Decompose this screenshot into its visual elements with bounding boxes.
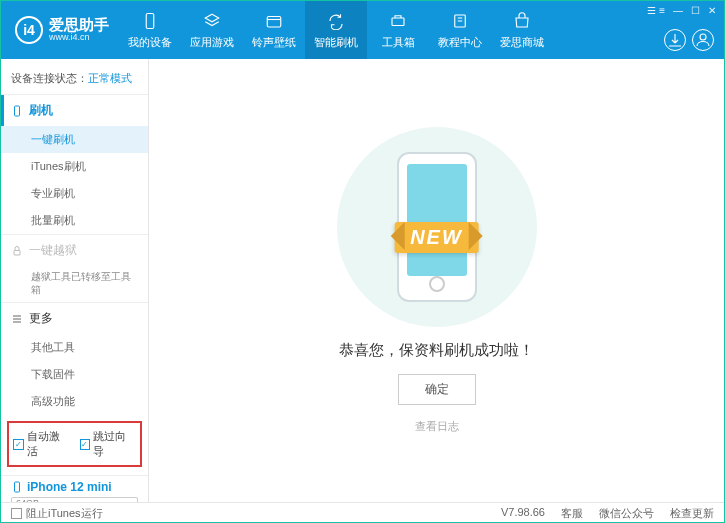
nav-label: 应用游戏 <box>190 35 234 50</box>
connection-status: 设备连接状态：正常模式 <box>1 67 148 94</box>
phone-icon <box>11 105 23 117</box>
status-bar: 阻止iTunes运行 V7.98.66 客服 微信公众号 检查更新 <box>1 502 724 523</box>
device-panel[interactable]: iPhone 12 mini 64GB Down-12mini-13,1 <box>1 475 148 502</box>
svg-point-4 <box>700 34 706 40</box>
wechat-link[interactable]: 微信公众号 <box>599 506 654 521</box>
block-itunes-checkbox[interactable]: 阻止iTunes运行 <box>11 506 103 521</box>
nav-label: 工具箱 <box>382 35 415 50</box>
skip-wizard-checkbox[interactable]: ✓跳过向导 <box>80 429 137 459</box>
nav-label: 爱思商城 <box>500 35 544 50</box>
sidebar-more-item[interactable]: 其他工具 <box>1 334 148 361</box>
maximize-icon[interactable]: ☐ <box>691 5 700 16</box>
nav-apps[interactable]: 应用游戏 <box>181 1 243 59</box>
svg-rect-6 <box>14 250 20 255</box>
sidebar-flash-item[interactable]: 专业刷机 <box>1 180 148 207</box>
sidebar-flash-item[interactable]: iTunes刷机 <box>1 153 148 180</box>
tools-icon <box>388 11 408 31</box>
brand-name: 爱思助手 <box>49 17 109 34</box>
main-content: NEW 恭喜您，保资料刷机成功啦！ 确定 查看日志 <box>149 59 724 502</box>
version-label: V7.98.66 <box>501 506 545 521</box>
nav-shop[interactable]: 爱思商城 <box>491 1 553 59</box>
success-illustration: NEW <box>337 127 537 327</box>
nav-label: 教程中心 <box>438 35 482 50</box>
service-link[interactable]: 客服 <box>561 506 583 521</box>
device-capacity: 64GB <box>11 497 138 502</box>
list-icon <box>11 313 23 325</box>
nav-book[interactable]: 教程中心 <box>429 1 491 59</box>
refresh-icon <box>326 11 346 31</box>
lock-icon <box>11 245 23 257</box>
apps-icon <box>202 11 222 31</box>
sidebar-more-item[interactable]: 高级功能 <box>1 388 148 415</box>
sidebar-more-head[interactable]: 更多 <box>1 303 148 334</box>
sidebar-flash-head[interactable]: 刷机 <box>1 95 148 126</box>
nav-label: 我的设备 <box>128 35 172 50</box>
nav-wallet[interactable]: 铃声壁纸 <box>243 1 305 59</box>
svg-rect-5 <box>15 106 20 116</box>
nav-label: 铃声壁纸 <box>252 35 296 50</box>
brand-logo-icon: i4 <box>15 16 43 44</box>
sidebar-flash-item[interactable]: 一键刷机 <box>1 126 148 153</box>
nav-refresh[interactable]: 智能刷机 <box>305 1 367 59</box>
close-icon[interactable]: ✕ <box>708 5 716 16</box>
user-icon[interactable] <box>692 29 714 51</box>
view-log-link[interactable]: 查看日志 <box>415 419 459 434</box>
sidebar-more-item[interactable]: 下载固件 <box>1 361 148 388</box>
auto-activate-checkbox[interactable]: ✓自动激活 <box>13 429 70 459</box>
device-name: iPhone 12 mini <box>27 480 112 494</box>
app-header: i4 爱思助手 www.i4.cn 我的设备应用游戏铃声壁纸智能刷机工具箱教程中… <box>1 1 724 59</box>
phone-icon <box>11 481 23 493</box>
svg-rect-2 <box>392 18 404 26</box>
svg-rect-7 <box>15 482 20 492</box>
book-icon <box>450 11 470 31</box>
confirm-button[interactable]: 确定 <box>398 374 476 405</box>
svg-rect-1 <box>267 16 281 27</box>
shop-icon <box>512 11 532 31</box>
phone-icon <box>140 11 160 31</box>
jailbreak-note: 越狱工具已转移至工具箱 <box>1 266 148 302</box>
sidebar-jailbreak-label: 一键越狱 <box>29 242 77 259</box>
sidebar-flash-label: 刷机 <box>29 102 53 119</box>
success-message: 恭喜您，保资料刷机成功啦！ <box>339 341 534 360</box>
nav-label: 智能刷机 <box>314 35 358 50</box>
nav-phone[interactable]: 我的设备 <box>119 1 181 59</box>
sidebar: 设备连接状态：正常模式 刷机 一键刷机iTunes刷机专业刷机批量刷机 一键越狱… <box>1 59 149 502</box>
sidebar-more-label: 更多 <box>29 310 53 327</box>
sidebar-flash-item[interactable]: 批量刷机 <box>1 207 148 234</box>
window-controls: ☰ ≡ — ☐ ✕ <box>647 5 716 16</box>
download-icon[interactable] <box>664 29 686 51</box>
minimize-icon[interactable]: — <box>673 5 683 16</box>
brand: i4 爱思助手 www.i4.cn <box>1 16 119 44</box>
options-highlight: ✓自动激活 ✓跳过向导 <box>7 421 142 467</box>
menu-icon[interactable]: ☰ ≡ <box>647 5 665 16</box>
brand-url: www.i4.cn <box>49 33 109 43</box>
update-link[interactable]: 检查更新 <box>670 506 714 521</box>
sidebar-jailbreak-head[interactable]: 一键越狱 <box>1 235 148 266</box>
wallet-icon <box>264 11 284 31</box>
new-ribbon: NEW <box>394 222 479 253</box>
nav-tools[interactable]: 工具箱 <box>367 1 429 59</box>
main-nav: 我的设备应用游戏铃声壁纸智能刷机工具箱教程中心爱思商城 <box>119 1 724 59</box>
svg-rect-0 <box>146 13 154 28</box>
